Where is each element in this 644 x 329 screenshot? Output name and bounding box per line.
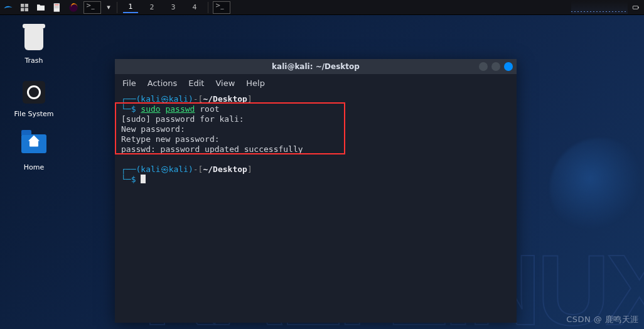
taskbar-separator — [208, 2, 208, 13]
menu-actions[interactable]: Actions — [148, 78, 178, 88]
svg-rect-0 — [21, 4, 24, 7]
desktop-icon-label: File System — [9, 110, 59, 118]
prompt-sep: ㉿ — [161, 164, 169, 174]
kali-menu-icon[interactable] — [1, 1, 15, 14]
desktop-icon-trash[interactable]: Trash — [9, 28, 59, 65]
system-monitor-graph[interactable] — [571, 1, 628, 14]
taskbar-separator — [117, 2, 117, 13]
workspace-1[interactable]: 1 — [123, 2, 138, 13]
files-icon[interactable] — [34, 1, 48, 14]
terminal-dropdown-icon[interactable]: ▾ — [104, 1, 113, 14]
prompt-path: ~/Desktop — [203, 164, 247, 174]
prompt-host: kali — [169, 164, 188, 174]
minimize-button[interactable] — [479, 62, 488, 71]
svg-rect-1 — [25, 4, 28, 7]
workspace-4[interactable]: 4 — [187, 2, 202, 13]
svg-rect-9 — [633, 6, 638, 9]
firefox-icon[interactable] — [67, 1, 80, 14]
activities-icon[interactable] — [18, 1, 31, 14]
taskbar: >_ ▾ 1 2 3 4 >_ — [0, 0, 644, 15]
watermark: CSDN @ 鹿鸣天涯 — [566, 314, 639, 325]
svg-rect-10 — [638, 6, 639, 8]
terminal-launcher-icon[interactable]: >_ — [83, 1, 101, 14]
terminal-title: kali@kali: ~/Desktop — [115, 62, 517, 71]
background-swirl — [550, 138, 644, 239]
svg-rect-5 — [55, 4, 59, 5]
terminal-body[interactable]: ┌──(kali㉿kali)-[~/Desktop] └─$ sudo pass… — [115, 92, 517, 323]
desktop-icon-label: Home — [9, 163, 59, 171]
menu-edit[interactable]: Edit — [188, 78, 204, 88]
menu-help[interactable]: Help — [246, 78, 265, 88]
workspace-3[interactable]: 3 — [166, 2, 181, 13]
desktop-icon-filesystem[interactable]: File System — [9, 81, 59, 118]
terminal-cursor — [141, 175, 146, 183]
trash-icon — [21, 28, 47, 54]
terminal-menubar: File Actions Edit View Help — [115, 74, 517, 92]
svg-rect-6 — [55, 6, 59, 7]
text-editor-icon[interactable] — [50, 1, 64, 14]
terminal-window: kali@kali: ~/Desktop File Actions Edit V… — [115, 59, 517, 323]
desktop-icons: Trash File System Home — [9, 28, 65, 188]
desktop-icon-home[interactable]: Home — [9, 134, 59, 171]
battery-icon[interactable] — [631, 3, 640, 12]
workspace-2[interactable]: 2 — [144, 2, 159, 13]
annotation-highlight-box — [115, 102, 345, 154]
terminal-titlebar[interactable]: kali@kali: ~/Desktop — [115, 59, 517, 74]
maximize-button[interactable] — [491, 62, 500, 71]
menu-view[interactable]: View — [215, 78, 235, 88]
filesystem-icon — [21, 81, 47, 107]
prompt-user: kali — [141, 164, 160, 174]
running-terminal-icon[interactable]: >_ — [213, 1, 230, 14]
menu-file[interactable]: File — [122, 78, 136, 88]
svg-rect-3 — [25, 8, 28, 11]
desktop-icon-label: Trash — [9, 57, 59, 65]
prompt-dollar: $ — [131, 175, 136, 184]
home-folder-icon — [21, 134, 47, 161]
svg-rect-2 — [21, 8, 24, 11]
svg-rect-7 — [55, 8, 59, 8]
close-button[interactable] — [504, 62, 513, 71]
